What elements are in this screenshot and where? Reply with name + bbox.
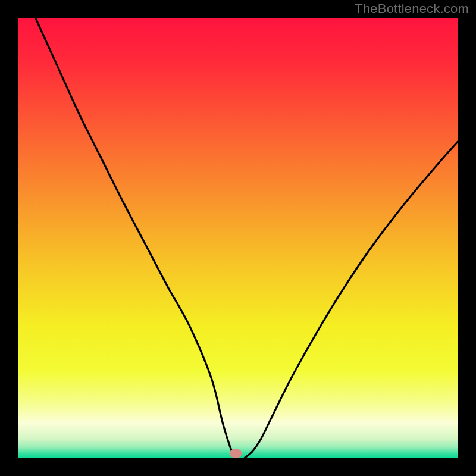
optimal-point-marker bbox=[230, 449, 242, 458]
watermark-text: TheBottleneck.com bbox=[355, 1, 469, 17]
gradient-background bbox=[18, 18, 458, 458]
chart-frame: { "watermark": "TheBottleneck.com", "plo… bbox=[0, 0, 476, 476]
bottleneck-chart bbox=[0, 0, 476, 476]
